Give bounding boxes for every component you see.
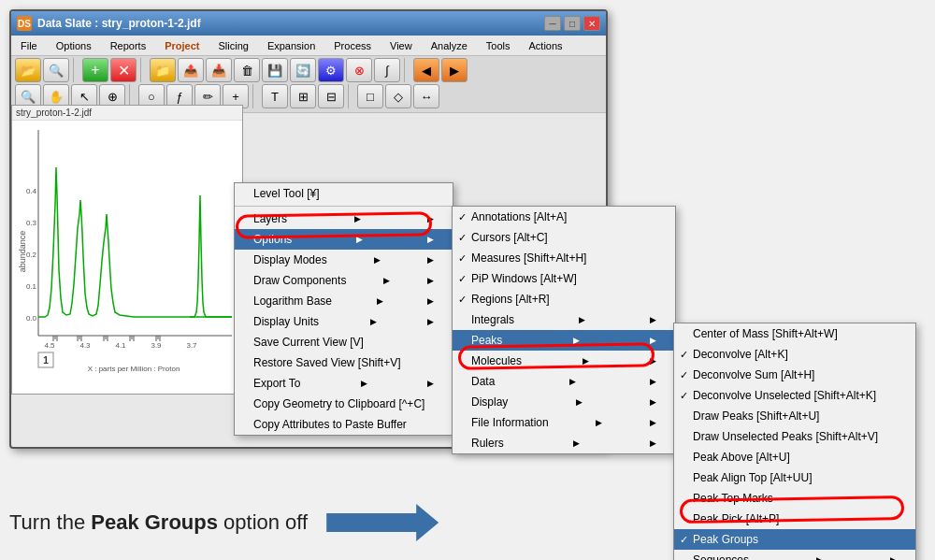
add-button[interactable]: +	[82, 58, 108, 82]
ctx-logarithm-base[interactable]: Logarithm Base ▶	[235, 291, 453, 311]
menu-view[interactable]: View	[384, 38, 418, 53]
context-menu-peaks: Center of Mass [Shift+Alt+W] Deconvolve …	[673, 323, 916, 560]
forward-button[interactable]: ▶	[441, 58, 468, 82]
toolbar-sep-2	[140, 58, 146, 82]
ctx-copy-attributes[interactable]: Copy Attributes to Paste Buffer	[235, 414, 453, 435]
ctx-layers[interactable]: Layers ▶	[235, 208, 453, 229]
menu-options[interactable]: Options	[50, 38, 97, 53]
svg-text:4.5: 4.5	[44, 341, 55, 350]
ctx-display[interactable]: Display ▶	[453, 392, 675, 412]
svg-text:4.1: 4.1	[115, 341, 126, 350]
ctx-draw-unselected-peaks[interactable]: Draw Unselected Peaks [Shift+Alt+V]	[674, 426, 915, 447]
ctx-center-of-mass[interactable]: Center of Mass [Shift+Alt+W]	[674, 323, 915, 344]
ctx-pip-windows[interactable]: PiP Windows [Alt+W]	[453, 268, 675, 289]
toolbar-row-1: 📂 🔍 + ✕ 📁 📤 📥 🗑 💾 🔄 ⚙ ⊗ ∫ ◀ ▶	[15, 58, 602, 82]
ctx-save-view[interactable]: Save Current View [V]	[235, 332, 453, 352]
context-menu-main: Level Tool [¥] Layers ▶ Options ▶ Displa…	[234, 182, 453, 436]
maximize-button[interactable]: □	[564, 16, 581, 31]
menu-process[interactable]: Process	[328, 38, 377, 53]
ctx-export[interactable]: Export To ▶	[235, 373, 453, 394]
ctx-deconvolve-unselected[interactable]: Deconvolve Unselected [Shift+Alt+K]	[674, 385, 915, 406]
ctx-data[interactable]: Data ▶	[453, 371, 675, 392]
open-button[interactable]: 📂	[15, 58, 41, 82]
svg-text:3.9: 3.9	[151, 341, 162, 350]
ctx-peak-pick[interactable]: Peak Pick [Alt+P]	[674, 509, 915, 529]
menu-analyze[interactable]: Analyze	[425, 38, 473, 53]
export-button[interactable]: 📤	[178, 58, 204, 82]
save-button[interactable]: 📁	[150, 58, 176, 82]
toolbar-sep-5	[252, 84, 258, 108]
svg-text:0.2: 0.2	[26, 251, 37, 259]
app-icon: DS	[17, 16, 32, 31]
ctx-annotations[interactable]: Annotations [Alt+A]	[453, 207, 675, 227]
chart-title: stry_proton-1-2.jdf	[12, 106, 242, 121]
ctx-sep-1	[235, 206, 453, 207]
browse-button[interactable]: 🔍	[43, 58, 69, 82]
menu-bar: File Options Reports Project Slicing Exp…	[11, 36, 606, 56]
ctx-peak-above[interactable]: Peak Above [Alt+U]	[674, 447, 915, 467]
frame-button[interactable]: ⊞	[290, 84, 316, 108]
ctx-draw-components[interactable]: Draw Components ▶	[235, 270, 453, 291]
instruction-text: Turn the Peak Groups option off	[9, 510, 308, 535]
arrows-button[interactable]: ↔	[413, 84, 439, 108]
ctx-copy-geometry[interactable]: Copy Geometry to Clipboard [^+C]	[235, 394, 453, 414]
context-menu-options: Annotations [Alt+A] Cursors [Alt+C] Meas…	[452, 206, 676, 454]
menu-project[interactable]: Project	[159, 38, 205, 53]
svg-text:0.3: 0.3	[26, 219, 37, 227]
ctx-regions[interactable]: Regions [Alt+R]	[453, 289, 675, 309]
window-title: Data Slate : stry_proton-1-2.jdf	[37, 17, 201, 30]
ctx-molecules[interactable]: Molecules ▶	[453, 351, 675, 371]
ctx-peaks[interactable]: Peaks ▶	[453, 330, 675, 351]
ctx-sequences[interactable]: Sequences ▶	[674, 550, 915, 560]
bold-peak-groups: Peak Groups	[91, 510, 218, 534]
ctx-rulers[interactable]: Rulers ▶	[453, 433, 675, 453]
cancel-button[interactable]: ⊗	[346, 58, 372, 82]
window-controls: ─ □ ✕	[544, 16, 600, 31]
ctx-display-units[interactable]: Display Units ▶	[235, 311, 453, 332]
ctx-peak-groups[interactable]: Peak Groups	[674, 529, 915, 550]
settings-button[interactable]: ⚙	[318, 58, 344, 82]
grid-button[interactable]: ⊟	[318, 84, 344, 108]
ctx-draw-peaks[interactable]: Draw Peaks [Shift+Alt+U]	[674, 406, 915, 426]
back-button[interactable]: ◀	[413, 58, 439, 82]
ctx-deconvolve[interactable]: Deconvolve [Alt+K]	[674, 344, 915, 365]
close-button[interactable]: ✕	[583, 16, 600, 31]
svg-text:0.0: 0.0	[26, 314, 37, 323]
trash-button[interactable]: 🗑	[234, 58, 260, 82]
menu-expansion[interactable]: Expansion	[262, 38, 321, 53]
ctx-deconvolve-sum[interactable]: Deconvolve Sum [Alt+H]	[674, 365, 915, 385]
ctx-measures[interactable]: Measures [Shift+Alt+H]	[453, 248, 675, 268]
ctx-peak-align-top[interactable]: Peak Align Top [Alt+UU]	[674, 467, 915, 488]
menu-tools[interactable]: Tools	[481, 38, 516, 53]
import-button[interactable]: 📥	[206, 58, 232, 82]
svg-text:0.4: 0.4	[26, 187, 37, 195]
text-button[interactable]: T	[262, 84, 288, 108]
diamond-button[interactable]: ◇	[385, 84, 411, 108]
menu-file[interactable]: File	[15, 38, 43, 53]
ctx-options[interactable]: Options ▶	[235, 229, 453, 250]
svg-text:0.1: 0.1	[26, 282, 37, 291]
ctx-restore-view[interactable]: Restore Saved View [Shift+V]	[235, 352, 453, 373]
menu-actions[interactable]: Actions	[524, 38, 568, 53]
ctx-level-tool[interactable]: Level Tool [¥]	[235, 183, 453, 204]
sync-button[interactable]: 🔄	[290, 58, 316, 82]
svg-text:1: 1	[43, 355, 49, 366]
spectrum-svg: abundance 0.0 0.1 0.2 0.3 0.4 4.5 4.3 4.…	[12, 121, 237, 373]
floppy-button[interactable]: 💾	[262, 58, 288, 82]
ctx-cursors[interactable]: Cursors [Alt+C]	[453, 227, 675, 248]
ctx-peak-top-marks[interactable]: Peak Top Marks	[674, 488, 915, 509]
ctx-integrals[interactable]: Integrals ▶	[453, 309, 675, 330]
toolbar-sep-1	[73, 58, 79, 82]
svg-text:X : parts per Million : Proton: X : parts per Million : Proton	[88, 365, 180, 373]
ctx-display-modes[interactable]: Display Modes ▶	[235, 250, 453, 270]
title-bar-left: DS Data Slate : stry_proton-1-2.jdf	[17, 16, 201, 31]
minimize-button[interactable]: ─	[544, 16, 561, 31]
integral-button[interactable]: ∫	[374, 58, 400, 82]
square-button[interactable]: □	[357, 84, 383, 108]
menu-slicing[interactable]: Slicing	[212, 38, 253, 53]
ctx-file-information[interactable]: File Information ▶	[453, 412, 675, 433]
delete-button[interactable]: ✕	[110, 58, 137, 82]
chart-canvas: abundance 0.0 0.1 0.2 0.3 0.4 4.5 4.3 4.…	[12, 121, 242, 392]
svg-text:4.3: 4.3	[79, 341, 91, 350]
menu-reports[interactable]: Reports	[105, 38, 152, 53]
